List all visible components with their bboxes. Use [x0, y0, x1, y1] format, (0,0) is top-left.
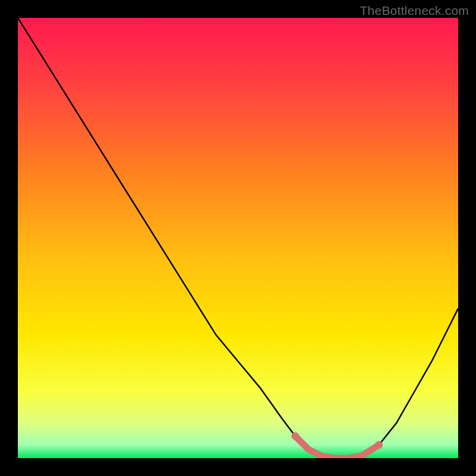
- curve-overlay: [18, 18, 458, 458]
- optimal-band-highlight: [292, 433, 383, 459]
- svg-point-2: [375, 441, 383, 449]
- chart-container: [18, 18, 458, 458]
- svg-point-1: [292, 433, 299, 440]
- bottleneck-curve: [18, 18, 458, 458]
- watermark-text: TheBottleneck.com: [360, 4, 469, 18]
